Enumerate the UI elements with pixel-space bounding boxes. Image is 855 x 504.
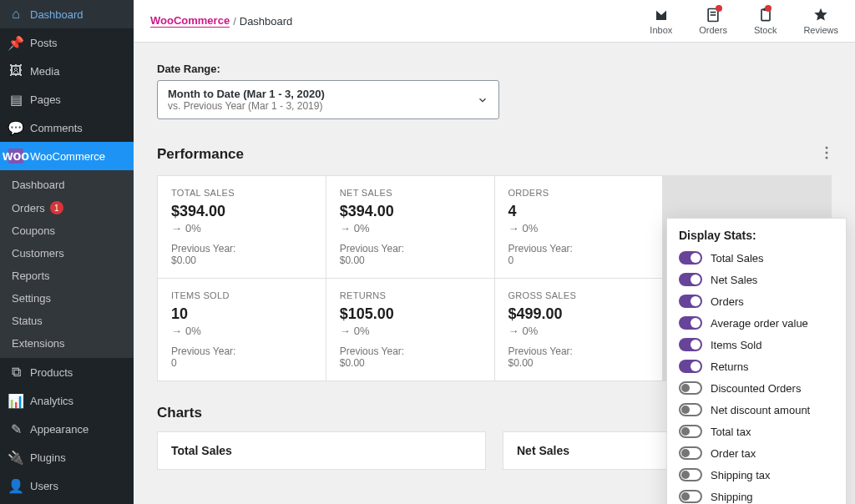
stat-toggle-row[interactable]: Shipping <box>679 486 841 504</box>
toggle-switch[interactable] <box>679 338 702 351</box>
date-range-selector[interactable]: Month to Date (Mar 1 - 3, 2020) vs. Prev… <box>157 80 499 119</box>
sub-status[interactable]: Status <box>0 310 134 332</box>
stat-toggle-row[interactable]: Total tax <box>679 421 841 442</box>
kpi-label: GROSS SALES <box>508 290 650 300</box>
stat-label: Net discount amount <box>711 404 810 416</box>
toggle-switch[interactable] <box>679 425 702 438</box>
kpi-delta: → 0% <box>340 325 481 337</box>
svg-point-7 <box>826 157 828 159</box>
stat-label: Returns <box>711 360 749 373</box>
kpi-prev-value: $0.00 <box>340 255 481 266</box>
kpi-card[interactable]: ORDERS 4 → 0% Previous Year: 0 <box>495 176 663 278</box>
arrow-right-icon: → <box>340 325 351 337</box>
sub-customers[interactable]: Customers <box>0 242 134 265</box>
arrow-right-icon: → <box>171 222 182 234</box>
kpi-card[interactable]: ITEMS SOLD 10 → 0% Previous Year: 0 <box>158 279 326 381</box>
orders-button[interactable]: Orders <box>699 7 727 35</box>
kpi-label: ITEMS SOLD <box>171 290 312 300</box>
woo-logo-icon: woo <box>8 149 23 164</box>
toggle-switch[interactable] <box>679 403 702 416</box>
reviews-button[interactable]: Reviews <box>803 7 838 35</box>
stat-toggle-row[interactable]: Net Sales <box>679 269 841 290</box>
kpi-prev-label: Previous Year: <box>508 345 650 357</box>
gauge-icon: ⌂ <box>8 7 23 22</box>
kpi-card[interactable]: GROSS SALES $499.00 → 0% Previous Year: … <box>495 279 663 381</box>
svg-point-5 <box>826 147 828 149</box>
nav-tools[interactable]: 🔧Tools <box>0 500 134 504</box>
nav-comments[interactable]: 💬Comments <box>0 113 134 142</box>
sub-extensions[interactable]: Extensions <box>0 332 134 355</box>
stat-label: Net Sales <box>711 274 757 286</box>
kpi-delta: → 0% <box>340 222 481 234</box>
stat-toggle-row[interactable]: Discounted Orders <box>679 377 841 399</box>
toggle-switch[interactable] <box>679 273 702 286</box>
stat-toggle-row[interactable]: Net discount amount <box>679 399 841 421</box>
nav-dashboard[interactable]: ⌂Dashboard <box>0 0 134 28</box>
breadcrumb-current: Dashboard <box>240 15 293 28</box>
charts-heading: Charts <box>157 405 202 421</box>
kpi-prev-value: $0.00 <box>340 357 481 369</box>
kpi-value: 4 <box>508 203 650 220</box>
nav-analytics[interactable]: 📊Analytics <box>0 386 134 415</box>
stat-toggle-row[interactable]: Items Sold <box>679 334 841 355</box>
toggle-switch[interactable] <box>679 490 702 503</box>
toggle-switch[interactable] <box>679 316 702 330</box>
nav-plugins[interactable]: 🔌Plugins <box>0 443 134 471</box>
popover-scroll[interactable]: Total SalesNet SalesOrdersAverage order … <box>667 247 846 504</box>
sub-dashboard[interactable]: Dashboard <box>0 174 134 196</box>
kpi-label: TOTAL SALES <box>171 188 312 198</box>
content-area: Date Range: Month to Date (Mar 1 - 3, 20… <box>134 43 855 504</box>
toggle-switch[interactable] <box>679 251 702 265</box>
pin-icon: 📌 <box>8 35 23 50</box>
kpi-label: RETURNS <box>340 290 481 300</box>
comment-icon: 💬 <box>8 120 23 135</box>
nav-posts[interactable]: 📌Posts <box>0 28 134 57</box>
nav-products[interactable]: ⧉Products <box>0 358 134 386</box>
sub-settings[interactable]: Settings <box>0 287 134 310</box>
toggle-switch[interactable] <box>679 446 702 460</box>
nav-users[interactable]: 👤Users <box>0 471 134 500</box>
notification-dot-icon <box>716 5 722 12</box>
stat-toggle-row[interactable]: Returns <box>679 355 841 377</box>
kpi-delta: → 0% <box>171 222 312 234</box>
performance-menu-button[interactable] <box>822 143 832 165</box>
kpi-card[interactable]: NET SALES $394.00 → 0% Previous Year: $0… <box>326 176 494 278</box>
breadcrumb-root[interactable]: WooCommerce <box>150 14 230 28</box>
sub-orders[interactable]: Orders1 <box>0 196 134 219</box>
performance-heading: Performance <box>157 146 244 163</box>
kpi-value: $499.00 <box>508 305 650 323</box>
stat-toggle-row[interactable]: Total Sales <box>679 247 841 269</box>
chart-total-sales[interactable]: Total Sales <box>157 431 486 470</box>
kpi-prev-label: Previous Year: <box>171 345 312 357</box>
kpi-delta: → 0% <box>508 222 650 234</box>
stat-toggle-row[interactable]: Order tax <box>679 442 841 464</box>
nav-woocommerce[interactable]: wooWooCommerce <box>0 142 134 170</box>
inbox-button[interactable]: Inbox <box>650 7 672 35</box>
breadcrumb: WooCommerce / Dashboard <box>150 14 292 28</box>
stock-button[interactable]: Stock <box>754 7 777 35</box>
stat-label: Discounted Orders <box>711 382 801 395</box>
nav-media[interactable]: 🖼Media <box>0 57 134 85</box>
toggle-switch[interactable] <box>679 468 702 481</box>
main-pane: WooCommerce / Dashboard Inbox Orders Sto <box>134 0 855 504</box>
stat-toggle-row[interactable]: Orders <box>679 290 841 312</box>
woo-submenu: Dashboard Orders1 Coupons Customers Repo… <box>0 170 134 358</box>
stat-toggle-row[interactable]: Shipping tax <box>679 464 841 486</box>
toggle-switch[interactable] <box>679 381 702 395</box>
kpi-card[interactable]: TOTAL SALES $394.00 → 0% Previous Year: … <box>158 176 326 278</box>
topbar: WooCommerce / Dashboard Inbox Orders Sto <box>134 0 855 43</box>
nav-pages[interactable]: ▤Pages <box>0 85 134 113</box>
stat-toggle-row[interactable]: Average order value <box>679 312 841 334</box>
toggle-switch[interactable] <box>679 360 702 373</box>
stat-label: Total tax <box>711 426 751 438</box>
kpi-card[interactable]: RETURNS $105.00 → 0% Previous Year: $0.0… <box>326 279 494 381</box>
stat-label: Total Sales <box>711 252 764 265</box>
sub-reports[interactable]: Reports <box>0 265 134 287</box>
kpi-prev-label: Previous Year: <box>340 243 481 255</box>
toggle-switch[interactable] <box>679 295 702 308</box>
nav-appearance[interactable]: ✎Appearance <box>0 415 134 443</box>
arrow-right-icon: → <box>171 325 182 337</box>
stat-label: Items Sold <box>711 339 761 351</box>
sub-coupons[interactable]: Coupons <box>0 219 134 242</box>
kpi-prev-value: 0 <box>171 357 312 369</box>
